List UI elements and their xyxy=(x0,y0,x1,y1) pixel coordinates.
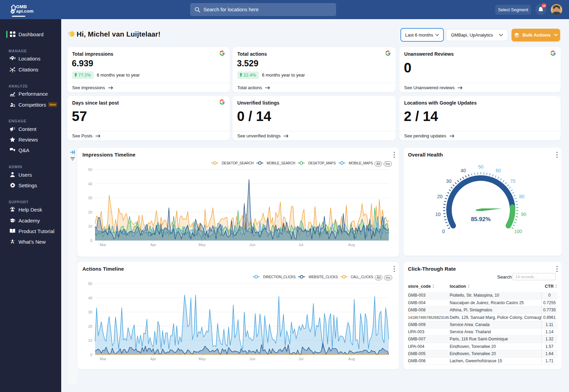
svg-text:85.92%: 85.92% xyxy=(471,216,491,222)
svg-text:Jun: Jun xyxy=(249,243,255,247)
svg-text:Mar: Mar xyxy=(100,357,106,361)
svg-text:20: 20 xyxy=(437,194,442,199)
svg-text:Apr: Apr xyxy=(150,357,156,361)
svg-text:10: 10 xyxy=(88,338,92,342)
svg-text:May: May xyxy=(199,357,206,361)
svg-text:Jun: Jun xyxy=(249,357,255,361)
svg-text:20: 20 xyxy=(88,210,92,214)
svg-text:Jul: Jul xyxy=(299,243,303,247)
svg-text:50: 50 xyxy=(478,164,484,170)
svg-text:Aug: Aug xyxy=(348,357,355,361)
svg-text:70: 70 xyxy=(510,178,516,184)
svg-text:90: 90 xyxy=(521,212,527,217)
svg-text:40: 40 xyxy=(88,296,92,300)
svg-text:Aug: Aug xyxy=(348,243,355,247)
svg-text:Apr: Apr xyxy=(150,243,156,247)
svg-text:0: 0 xyxy=(90,353,92,357)
svg-text:30: 30 xyxy=(88,310,92,314)
svg-text:50: 50 xyxy=(88,167,92,172)
svg-text:40: 40 xyxy=(88,182,92,186)
svg-text:Mar: Mar xyxy=(100,243,106,247)
svg-text:50: 50 xyxy=(88,282,92,286)
svg-text:May: May xyxy=(199,243,206,247)
svg-text:10: 10 xyxy=(88,224,92,228)
svg-text:0: 0 xyxy=(90,239,92,243)
svg-text:20: 20 xyxy=(88,324,92,328)
svg-text:Jul: Jul xyxy=(299,357,303,361)
svg-text:10: 10 xyxy=(435,212,441,217)
svg-text:100: 100 xyxy=(514,229,522,234)
svg-text:30: 30 xyxy=(88,196,92,200)
svg-text:60: 60 xyxy=(495,168,501,173)
svg-text:80: 80 xyxy=(519,194,525,199)
svg-text:40: 40 xyxy=(461,168,466,173)
svg-text:0: 0 xyxy=(442,229,445,234)
svg-text:30: 30 xyxy=(446,178,452,184)
